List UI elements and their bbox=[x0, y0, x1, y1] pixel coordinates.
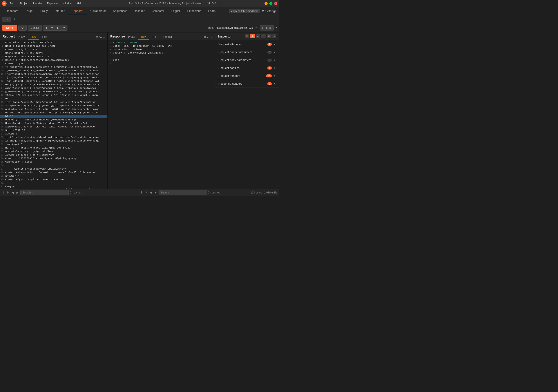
menu-project[interactable]: Project bbox=[18, 1, 30, 6]
tab-collaborator[interactable]: Collaborator bbox=[87, 7, 109, 15]
tab-sequencer[interactable]: Sequencer bbox=[109, 7, 130, 15]
request-body[interactable]: 1POST /doUpload.action HTTP/1.12Host : t… bbox=[0, 40, 107, 189]
response-tab-pretty[interactable]: Pretty bbox=[125, 34, 138, 40]
request-tab-raw[interactable]: Raw bbox=[28, 34, 39, 40]
response-tab-raw[interactable]: Raw bbox=[138, 34, 149, 40]
send-button[interactable]: Send bbox=[2, 25, 17, 31]
tab-learn[interactable]: Learn bbox=[205, 7, 219, 15]
http-version-selector[interactable]: HTTP/1 bbox=[260, 25, 274, 31]
minimize-button[interactable]: − bbox=[264, 2, 268, 5]
nav-tab-bar: Dashboard Target Proxy Intruder Repeater… bbox=[0, 7, 279, 15]
next-split-button[interactable]: ▼ bbox=[61, 25, 67, 31]
request-icon-menu[interactable]: ≡ bbox=[103, 35, 105, 39]
inspector-row-0[interactable]: Request attributes2▼ bbox=[215, 40, 279, 48]
menu-intruder[interactable]: Intruder bbox=[31, 1, 44, 6]
gear-button[interactable]: ⚙ bbox=[18, 25, 26, 31]
inspector-settings[interactable]: ⚙ bbox=[267, 34, 271, 38]
tab-comparer[interactable]: Comparer bbox=[148, 7, 168, 15]
next-button-split[interactable]: ▼ bbox=[49, 25, 55, 31]
request-search-input[interactable] bbox=[20, 190, 69, 195]
request-line-26: 26Safari/537.36 bbox=[0, 129, 107, 132]
response-body[interactable]: 1HTTP/1.1 200 OK2Date: Sat, 10 Feb 2024 … bbox=[108, 40, 215, 189]
tab-proxy[interactable]: Proxy bbox=[37, 7, 51, 15]
request-line-43: 43META-INF/þÊ PKPKà¿-XMETA-INF/MANIFEST.… bbox=[0, 188, 107, 189]
request-icon-grid[interactable]: ⊞ bbox=[96, 35, 98, 39]
bottom-right-prev[interactable]: ◀ bbox=[149, 190, 153, 195]
bottom-right-settings[interactable]: ⚙ bbox=[144, 190, 148, 195]
inspector-badge-4: 14 bbox=[266, 74, 272, 77]
help-icon[interactable]: ? bbox=[275, 26, 277, 30]
prev-button[interactable]: ◀ bbox=[43, 25, 49, 31]
tab-extensions[interactable]: Extensions bbox=[184, 7, 205, 15]
edit-target-icon[interactable]: ✎ bbox=[255, 26, 258, 29]
chevron-down-icon-2: ▼ bbox=[273, 59, 276, 61]
inspector-badge-2: 0 bbox=[267, 58, 272, 62]
inspector-view-list[interactable]: ≡ bbox=[256, 34, 260, 38]
request-line-39: 39ant.war " bbox=[0, 174, 107, 178]
menu-window[interactable]: Window bbox=[61, 1, 74, 6]
response-line-2: 2Date: Sat, 10 Feb 2024 13:53:37 GMT bbox=[108, 44, 215, 48]
request-line-37: 37------WebKitFormBoundaryexW7BBUIsEa5Kt… bbox=[0, 167, 107, 171]
tab-target[interactable]: Target bbox=[22, 7, 37, 15]
inspector-row-1[interactable]: Request query parameters0▼ bbox=[215, 48, 279, 56]
request-line-10: 10iner=#context['com.opensymphony.xwork2… bbox=[0, 73, 107, 76]
inspector-row-4[interactable]: Request headers14▼ bbox=[215, 72, 279, 80]
repeater-tab-1[interactable]: 1 × bbox=[2, 17, 11, 22]
cancel-button[interactable]: Cancel bbox=[28, 25, 42, 31]
title-bar: B Burp Project Intruder Repeater Window … bbox=[0, 0, 279, 7]
request-matches: 0 matches bbox=[70, 191, 82, 194]
maximize-button[interactable]: □ bbox=[269, 2, 272, 5]
request-line-16: 16=(#iswin?{'cmd.exe','/c',#cmd}:{'/bin/… bbox=[0, 94, 107, 97]
request-line-17: 17ew bbox=[0, 97, 107, 101]
request-line-21: 21ns.io.IOUtils@copy(#process.getInputSt… bbox=[0, 111, 107, 115]
next-button[interactable]: ▶ bbox=[55, 25, 61, 31]
bottom-left-next[interactable]: ▶ bbox=[16, 190, 19, 195]
response-header-row: Response Pretty Raw Hex Render ⊞ \n ≡ bbox=[110, 34, 212, 40]
bottom-info-icon[interactable]: ℹ bbox=[2, 190, 5, 195]
response-tab-icons: ⊞ \n ≡ bbox=[203, 35, 212, 39]
inspector-title: Inspector bbox=[218, 35, 232, 38]
inspector-sections: Request attributes2▼Request query parame… bbox=[215, 40, 279, 88]
bottom-right-info[interactable]: ℹ bbox=[140, 190, 143, 195]
response-icon-grid[interactable]: ⊞ bbox=[203, 35, 206, 39]
menu-bar: Burp Project Intruder Repeater Window He… bbox=[8, 1, 85, 6]
inspector-view-split-h[interactable]: ⊞ bbox=[250, 34, 255, 38]
inspector-row-2[interactable]: Request body parameters0▼ bbox=[215, 56, 279, 64]
request-line-8: 8"%(#nike='multipart/form-data').{#dm=@o… bbox=[0, 66, 107, 69]
menu-repeater[interactable]: Repeater bbox=[45, 1, 60, 6]
bottom-left-prev[interactable]: ◀ bbox=[11, 190, 15, 195]
request-tab-pretty[interactable]: Pretty bbox=[15, 34, 28, 40]
response-tab-hex[interactable]: Hex bbox=[149, 34, 160, 40]
response-icon-wrap[interactable]: \n bbox=[207, 35, 209, 39]
inspector-row-3[interactable]: Request cookies1▼ bbox=[215, 64, 279, 72]
request-tab-hex[interactable]: Hex bbox=[39, 34, 50, 40]
chevron-down-icon-1: ▼ bbox=[273, 51, 276, 54]
close-tab-icon[interactable]: × bbox=[7, 18, 9, 20]
menu-help[interactable]: Help bbox=[75, 1, 85, 6]
response-icon-menu[interactable]: ≡ bbox=[211, 35, 212, 39]
bottom-settings-icon[interactable]: ⚙ bbox=[6, 190, 10, 195]
menu-burp[interactable]: Burp bbox=[8, 1, 17, 6]
response-tab-render[interactable]: Render bbox=[160, 34, 175, 40]
inspector-row-5[interactable]: Response headers3▼ bbox=[215, 80, 279, 88]
tab-decoder[interactable]: Decoder bbox=[130, 7, 148, 15]
tab-logger[interactable]: Logger bbox=[168, 7, 184, 15]
request-line-25: 25AppleWebKit/537.36 (KHTML, like Gecko)… bbox=[0, 125, 107, 129]
chevron-down-icon-5: ▼ bbox=[273, 83, 276, 85]
response-search-input[interactable] bbox=[159, 190, 207, 195]
tab-intruder[interactable]: Intruder bbox=[51, 7, 68, 15]
response-line-3: 3Connection : close bbox=[108, 48, 215, 51]
request-icon-wrap[interactable]: \n bbox=[99, 35, 102, 39]
add-tab-button[interactable]: + bbox=[12, 17, 17, 21]
inspector-close[interactable]: × bbox=[272, 34, 276, 38]
captcha-extension-label[interactable]: captcha-killer-modified bbox=[229, 9, 260, 13]
settings-button[interactable]: ⚙ Settings bbox=[262, 9, 276, 13]
bottom-right-next[interactable]: ▶ bbox=[154, 190, 158, 195]
inspector-badge-3: 1 bbox=[267, 67, 272, 69]
close-button[interactable]: × bbox=[274, 2, 277, 5]
tab-dashboard[interactable]: Dashboard bbox=[1, 7, 22, 15]
response-title: Response bbox=[110, 35, 125, 38]
tab-repeater[interactable]: Repeater bbox=[68, 7, 87, 15]
inspector-view-split-v[interactable]: ⊟ bbox=[245, 34, 249, 38]
inspector-view-more[interactable]: ⋮ bbox=[261, 34, 266, 38]
